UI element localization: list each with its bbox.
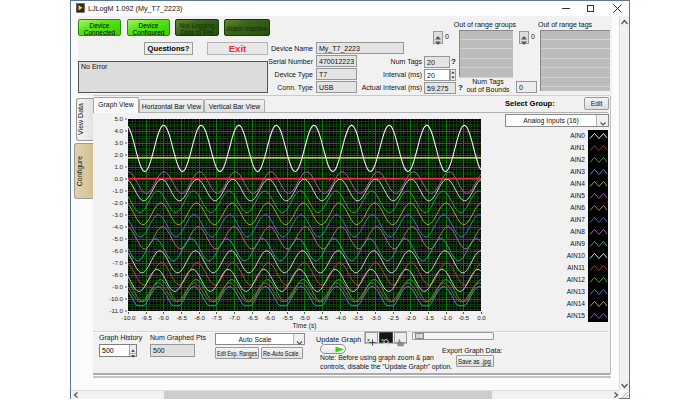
svg-text:-3.0: -3.0 — [112, 211, 123, 218]
svg-text:Time (s): Time (s) — [293, 322, 317, 330]
svg-text:2.0: 2.0 — [114, 151, 123, 158]
svg-text:-4.0: -4.0 — [335, 314, 346, 321]
svg-text:-1.0: -1.0 — [112, 187, 123, 194]
svg-text:-6.0: -6.0 — [264, 314, 275, 321]
svg-text:-9.5: -9.5 — [141, 314, 152, 321]
svg-text:-0.5: -0.5 — [458, 314, 469, 321]
svg-text:-6.0: -6.0 — [112, 247, 123, 254]
svg-text:3.0: 3.0 — [114, 139, 123, 146]
svg-text:-7.0: -7.0 — [229, 314, 240, 321]
svg-text:-10.0: -10.0 — [109, 295, 124, 302]
svg-text:0.0: 0.0 — [114, 175, 123, 182]
svg-text:-7.5: -7.5 — [211, 314, 222, 321]
svg-text:-5.0: -5.0 — [299, 314, 310, 321]
svg-text:-8.0: -8.0 — [112, 271, 123, 278]
svg-text:-1.5: -1.5 — [423, 314, 434, 321]
svg-text:-4.5: -4.5 — [317, 314, 328, 321]
svg-text:-5.5: -5.5 — [282, 314, 293, 321]
svg-text:-2.0: -2.0 — [112, 199, 123, 206]
svg-text:4.0: 4.0 — [114, 127, 123, 134]
svg-text:-2.5: -2.5 — [388, 314, 399, 321]
svg-text:-8.5: -8.5 — [176, 314, 187, 321]
svg-text:-3.0: -3.0 — [370, 314, 381, 321]
svg-text:-3.5: -3.5 — [352, 314, 363, 321]
svg-text:-1.0: -1.0 — [441, 314, 452, 321]
svg-text:-6.5: -6.5 — [247, 314, 258, 321]
svg-text:5.0: 5.0 — [114, 115, 123, 122]
svg-text:1.0: 1.0 — [114, 163, 123, 170]
svg-text:-8.0: -8.0 — [194, 314, 205, 321]
svg-text:-4.0: -4.0 — [112, 223, 123, 230]
svg-text:-10.0: -10.0 — [121, 314, 136, 321]
svg-text:-2.0: -2.0 — [405, 314, 416, 321]
svg-text:-9.0: -9.0 — [112, 283, 123, 290]
svg-text:-5.0: -5.0 — [112, 235, 123, 242]
svg-text:0.0: 0.0 — [477, 314, 486, 321]
svg-text:-9.0: -9.0 — [158, 314, 169, 321]
svg-text:-7.0: -7.0 — [112, 259, 123, 266]
